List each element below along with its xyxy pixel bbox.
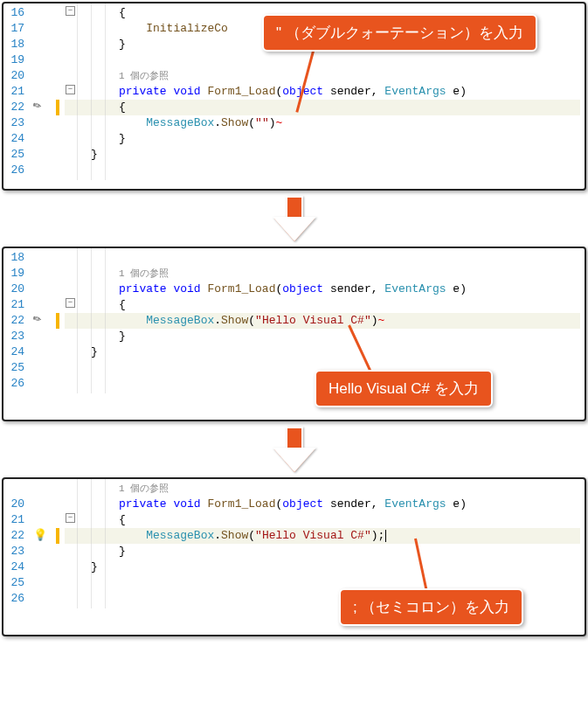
fold-toggle[interactable]: − — [66, 298, 75, 308]
reference-count: 1 個の参照 — [119, 268, 169, 279]
reference-count: 1 個の参照 — [119, 71, 169, 81]
gutter-icons: 💡 — [28, 479, 65, 608]
fold-column: − − — [65, 3, 77, 180]
callout-hello: Hello Visual C# を入力 — [315, 370, 493, 407]
fold-toggle[interactable]: − — [66, 513, 75, 523]
callout-semicolon: ; （セミコロン）を入力 — [339, 588, 523, 626]
arrow-down-icon — [274, 196, 315, 241]
callout-quote: " （ダブルクォーテーション）を入力 — [262, 14, 537, 52]
text-cursor — [385, 530, 386, 542]
arrow-down-icon — [274, 427, 315, 472]
fold-column: − — [65, 479, 77, 608]
reference-count: 1 個の参照 — [119, 483, 169, 494]
line-numbers: 181920212223242526 — [3, 248, 28, 393]
gutter-icons: ✎ — [28, 248, 65, 393]
fold-toggle[interactable]: − — [66, 85, 75, 94]
indent-guides — [77, 248, 119, 393]
fold-toggle[interactable]: − — [66, 6, 75, 16]
gutter-icons: ✎ — [28, 3, 65, 180]
code-panel-3: 20212223242526 💡 − 1 個の参照 private void F… — [2, 477, 586, 636]
fold-column: − — [65, 248, 77, 393]
lightbulb-icon[interactable]: 💡 — [33, 528, 47, 542]
pencil-icon: ✎ — [30, 97, 44, 114]
change-marker — [56, 313, 59, 329]
code-panel-2: 181920212223242526 ✎ − 1 個の参照 private vo… — [2, 247, 586, 421]
line-numbers: 20212223242526 — [3, 479, 28, 608]
pencil-icon: ✎ — [30, 310, 44, 327]
code-panel-1: 1617181920212223242526 ✎ − − { Initializ… — [2, 2, 586, 191]
change-marker — [56, 100, 59, 115]
line-numbers: 1617181920212223242526 — [3, 3, 28, 180]
indent-guides — [77, 479, 119, 608]
change-marker — [56, 528, 59, 544]
